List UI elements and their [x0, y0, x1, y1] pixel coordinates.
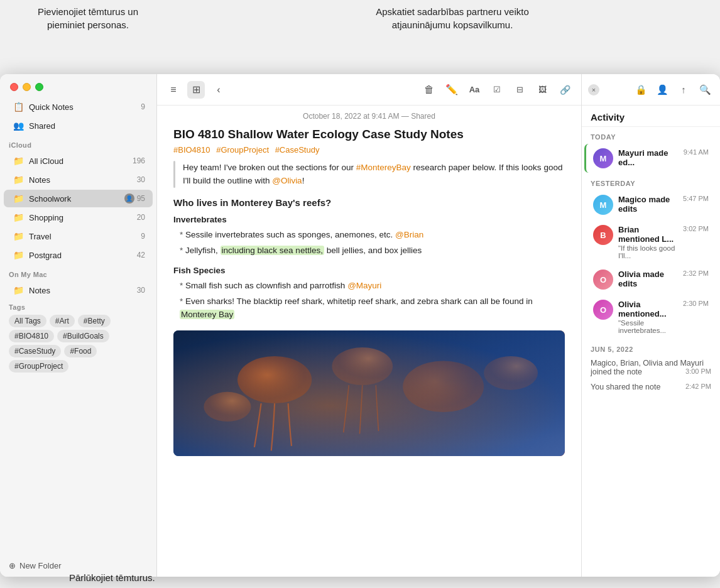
- notes-icloud-count: 30: [137, 175, 145, 184]
- notes-icloud-label: Notes: [29, 175, 134, 185]
- sub1-label: Invertebrates: [173, 213, 565, 227]
- minimize-button[interactable]: [23, 83, 31, 91]
- note-image-overlay: [173, 330, 565, 456]
- sidebar-item-quick-notes[interactable]: 📋 Quick Notes 9: [4, 98, 153, 116]
- quick-notes-label: Quick Notes: [29, 102, 138, 112]
- back-button[interactable]: ‹: [210, 81, 227, 99]
- fish-item-1: Small fish such as clownfish and parrotf…: [180, 279, 565, 293]
- sidebar-item-all-icloud[interactable]: 📁 All iCloud 196: [4, 152, 153, 170]
- tag-bio4810[interactable]: #BIO4810: [9, 330, 54, 342]
- olivia-edits-time: 2:32 PM: [683, 270, 709, 277]
- tags-row-2: #BIO4810 #BuildGoals: [9, 330, 148, 342]
- activity-item-olivia-edits[interactable]: O Olivia made edits 2:32 PM: [584, 265, 717, 294]
- link-button[interactable]: 🔗: [556, 81, 574, 99]
- annotation-bottom: Pārlūkojiet tēmturus.: [69, 572, 155, 583]
- sidebar-item-schoolwork[interactable]: 📁 Schoolwork 👤 95: [4, 190, 153, 207]
- tag-all-tags[interactable]: All Tags: [9, 315, 46, 327]
- mayuri-mention[interactable]: @Mayuri: [347, 281, 381, 290]
- mayuri-action: Mayuri made ed...: [618, 148, 681, 167]
- sidebar-item-postgrad[interactable]: 📁 Postgrad 42: [4, 246, 153, 264]
- tags-row-4: #GroupProject: [9, 360, 148, 373]
- tag-food[interactable]: #Food: [64, 345, 97, 357]
- notes-mac-icon: 📁: [13, 285, 24, 296]
- brian-action: Brian mentioned L...: [618, 225, 680, 244]
- collab-button[interactable]: 👤: [653, 81, 671, 99]
- activity-text-olivia-edits: Olivia made edits: [618, 270, 680, 288]
- activity-text-brian: Brian mentioned L... "If this looks good…: [618, 225, 680, 259]
- postgrad-count: 42: [137, 251, 145, 259]
- avatar-mayuri-today: M: [593, 148, 613, 168]
- table-button[interactable]: ⊟: [511, 81, 528, 99]
- olivia-mentioned-time: 2:30 PM: [683, 300, 709, 307]
- activity-item-mayuri-today[interactable]: M Mayuri made ed... 9:41 AM: [584, 144, 717, 173]
- notes-mac-label: Notes: [29, 286, 134, 295]
- sidebar-item-notes-mac[interactable]: 📁 Notes 30: [4, 281, 153, 299]
- tag-art[interactable]: #Art: [50, 315, 75, 327]
- shared-time: 2:42 PM: [685, 383, 711, 390]
- compose-button[interactable]: ✏️: [443, 81, 461, 99]
- activity-text-magico: Magico made edits: [618, 195, 680, 214]
- activity-title: Activity: [582, 106, 720, 127]
- brian-mention[interactable]: @Brian: [395, 230, 423, 239]
- activity-item-brian[interactable]: B Brian mentioned L... "If this looks go…: [584, 220, 717, 264]
- annotation-top-right: Apskatiet sadarbības partneru veikto atj…: [364, 5, 540, 31]
- grid-view-button[interactable]: ⊞: [187, 81, 205, 99]
- activity-item-olivia-mentioned[interactable]: O Olivia mentioned... "Sessile invertebr…: [584, 295, 717, 339]
- activity-item-magico[interactable]: M Magico made edits 5:47 PM: [584, 190, 717, 219]
- all-icloud-label: All iCloud: [29, 156, 130, 166]
- monterey-bay-link[interactable]: #MontereyBay: [356, 163, 411, 172]
- lock-button[interactable]: 🔒: [632, 81, 650, 99]
- tags-section: Tags All Tags #Art #Betty #BIO4810 #Buil…: [0, 300, 156, 379]
- fish-list: Small fish such as clownfish and parrotf…: [173, 279, 565, 322]
- delete-button[interactable]: 🗑: [420, 81, 438, 99]
- annotation-top-left: Pievienojiet tēmturus un pieminiet perso…: [25, 5, 151, 31]
- invertebrate-item-2: Jellyfish, including black sea nettles, …: [180, 244, 565, 258]
- activity-close-button[interactable]: ×: [588, 84, 599, 95]
- travel-count: 9: [141, 232, 145, 241]
- magico-action: Magico made edits: [618, 195, 680, 214]
- note-area: ≡ ⊞ ‹ 🗑 ✏️ Aa ☑ ⊟ 🖼 🔗 October 18, 2022 a…: [157, 74, 582, 577]
- sidebar-item-notes-icloud[interactable]: 📁 Notes 30: [4, 171, 153, 188]
- tag-betty[interactable]: #Betty: [78, 315, 111, 327]
- shopping-label: Shopping: [29, 213, 134, 222]
- tag-casestudy[interactable]: #CaseStudy: [9, 345, 61, 357]
- activity-panel: × 🔒 👤 ↑ 🔍 Activity TODAY M Mayuri made e…: [582, 74, 720, 577]
- note-tags: #BIO4810 #GroupProject #CaseStudy: [173, 145, 565, 155]
- maximize-button[interactable]: [35, 83, 43, 91]
- olivia-mention[interactable]: @Olivia: [272, 176, 302, 185]
- tag-buildgoals[interactable]: #BuildGoals: [57, 330, 109, 342]
- tag-groupproject[interactable]: #GroupProject: [9, 360, 68, 373]
- tags-section-label: Tags: [9, 303, 148, 311]
- sub2-label: Fish Species: [173, 264, 565, 278]
- note-title: BIO 4810 Shallow Water Ecology Case Stud…: [173, 127, 565, 143]
- activity-joined: Magico, Brian, Olivia and Mayuri joined …: [582, 356, 720, 379]
- activity-toolbar: × 🔒 👤 ↑ 🔍: [582, 74, 720, 106]
- postgrad-icon: 📁: [13, 249, 24, 261]
- main-window: 📋 Quick Notes 9 👥 Shared iCloud 📁 All iC…: [0, 74, 720, 577]
- invertebrate-item-1: Sessile invertebrates such as sponges, a…: [180, 228, 565, 242]
- sidebar-item-travel[interactable]: 📁 Travel 9: [4, 227, 153, 245]
- media-button[interactable]: 🖼: [533, 81, 551, 99]
- search-button[interactable]: 🔍: [696, 81, 714, 99]
- today-label: TODAY: [582, 127, 720, 143]
- travel-label: Travel: [29, 232, 138, 241]
- schoolwork-icon: 📁: [13, 193, 24, 204]
- tag-bio4810-inline[interactable]: #BIO4810: [173, 145, 210, 155]
- sidebar-item-shopping[interactable]: 📁 Shopping 20: [4, 209, 153, 226]
- note-body-intro-block: Hey team! I've broken out the sections f…: [173, 161, 565, 188]
- sidebar-item-shared[interactable]: 👥 Shared: [4, 117, 153, 134]
- close-button[interactable]: [10, 83, 18, 91]
- tag-groupproject-inline[interactable]: #GroupProject: [216, 145, 269, 155]
- brian-time: 3:02 PM: [683, 225, 709, 232]
- schoolwork-shared-icon: 👤: [124, 193, 134, 204]
- activity-text-olivia-mentioned: Olivia mentioned... "Sessile invertebrat…: [618, 300, 680, 334]
- tag-casestudy-inline[interactable]: #CaseStudy: [275, 145, 320, 155]
- checklist-button[interactable]: ☑: [488, 81, 506, 99]
- share-button[interactable]: ↑: [675, 81, 692, 99]
- note-content[interactable]: BIO 4810 Shallow Water Ecology Case Stud…: [157, 123, 581, 577]
- format-button[interactable]: Aa: [466, 81, 483, 99]
- traffic-lights: [0, 74, 156, 97]
- olivia-mentioned-action: Olivia mentioned...: [618, 300, 680, 318]
- list-view-button[interactable]: ≡: [165, 81, 182, 99]
- avatar-brian: B: [593, 225, 613, 245]
